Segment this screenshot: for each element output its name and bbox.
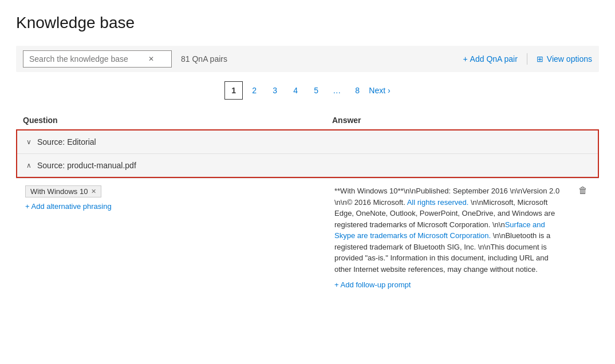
- question-cell: With Windows 10 ✕ + Add alternative phra…: [25, 185, 334, 211]
- add-qna-label: Add QnA pair: [470, 54, 518, 64]
- source-product-manual-row[interactable]: ∧ Source: product-manual.pdf: [17, 154, 598, 177]
- answer-column-header: Answer: [332, 116, 592, 125]
- view-options-label: View options: [547, 54, 592, 64]
- next-label: Next: [369, 86, 385, 95]
- page-button-5[interactable]: 5: [307, 81, 325, 100]
- toolbar-actions: + Add QnA pair ⊞ View options: [463, 53, 592, 65]
- page-title: Knowledge base: [16, 14, 599, 32]
- qna-row: With Windows 10 ✕ + Add alternative phra…: [16, 178, 599, 296]
- source-editorial-row[interactable]: ∨ Source: Editorial: [17, 130, 598, 154]
- question-tag: With Windows 10 ✕: [25, 185, 101, 197]
- question-column-header: Question: [23, 116, 332, 125]
- toolbar: ✕ 81 QnA pairs + Add QnA pair ⊞ View opt…: [16, 46, 599, 72]
- trash-icon: 🗑: [578, 185, 588, 195]
- search-input[interactable]: [29, 54, 144, 64]
- pagination: 1 2 3 4 5 … 8 Next ›: [16, 81, 599, 100]
- page-button-4[interactable]: 4: [286, 81, 305, 100]
- tag-close-icon[interactable]: ✕: [91, 188, 96, 195]
- next-button[interactable]: Next ›: [369, 86, 390, 95]
- page-ellipsis: …: [328, 81, 346, 100]
- view-options-button[interactable]: ⊞ View options: [537, 54, 592, 64]
- source-editorial-label: Source: Editorial: [37, 137, 96, 147]
- add-followup-button[interactable]: + Add follow-up prompt: [334, 280, 411, 289]
- table-header: Question Answer: [16, 111, 599, 129]
- add-followup-label: + Add follow-up prompt: [334, 280, 411, 289]
- answer-text: **With Windows 10**\n\nPublished: Septem…: [334, 185, 567, 275]
- add-alt-phrasing-button[interactable]: + Add alternative phrasing: [25, 202, 112, 211]
- page-button-2[interactable]: 2: [245, 81, 263, 100]
- add-alt-phrasing-label: + Add alternative phrasing: [25, 202, 112, 211]
- page-button-3[interactable]: 3: [266, 81, 284, 100]
- qna-count: 81 QnA pairs: [181, 54, 454, 64]
- source-product-manual-label: Source: product-manual.pdf: [37, 161, 136, 170]
- chevron-up-icon: ∧: [26, 161, 31, 169]
- delete-button[interactable]: 🗑: [578, 185, 588, 196]
- search-clear-icon[interactable]: ✕: [148, 55, 154, 63]
- chevron-right-icon: ›: [388, 86, 391, 95]
- answer-cell: **With Windows 10**\n\nPublished: Septem…: [334, 185, 590, 289]
- grid-icon: ⊞: [537, 54, 543, 64]
- divider: [527, 53, 527, 65]
- search-box[interactable]: ✕: [23, 50, 172, 68]
- add-qna-button[interactable]: + Add QnA pair: [463, 54, 517, 64]
- question-tag-text: With Windows 10: [30, 187, 88, 196]
- page-button-1[interactable]: 1: [224, 81, 243, 100]
- chevron-down-icon: ∨: [26, 138, 31, 146]
- page-button-8[interactable]: 8: [348, 81, 366, 100]
- plus-icon: +: [463, 54, 467, 64]
- source-group: ∨ Source: Editorial ∧ Source: product-ma…: [16, 129, 599, 178]
- answer-part-2: All rights reserved.: [407, 198, 469, 207]
